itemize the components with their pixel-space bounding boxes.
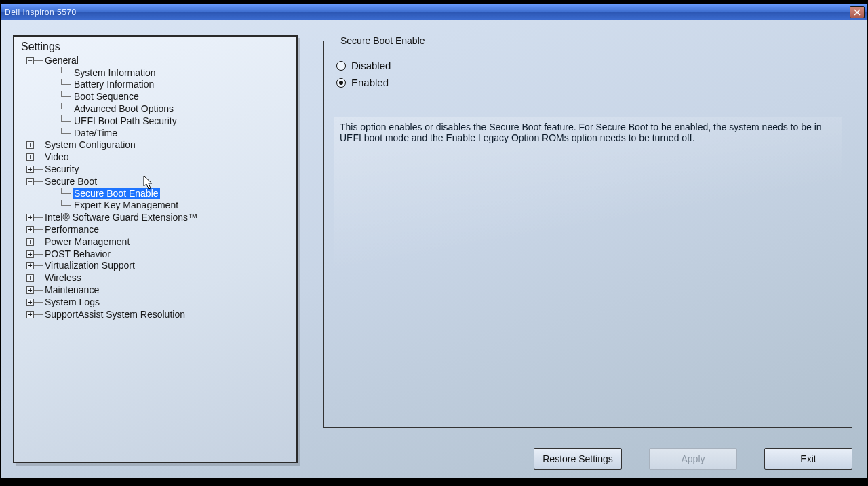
- tree-node-secure-boot[interactable]: −Secure Boot: [26, 175, 296, 187]
- tree-leaf-date-time[interactable]: Date/Time: [55, 127, 296, 139]
- exit-button[interactable]: Exit: [764, 448, 852, 470]
- expander-plus-icon[interactable]: +: [26, 262, 34, 269]
- secure-boot-enable-panel: Secure Boot Enable Disabled Enabled This…: [323, 35, 852, 428]
- expander-minus-icon[interactable]: −: [26, 178, 34, 185]
- tree-heading: Settings: [14, 37, 296, 54]
- description-box: This option enables or disables the Secu…: [334, 117, 842, 417]
- tree-leaf-boot-sequence[interactable]: Boot Sequence: [55, 90, 296, 102]
- tree-leaf-secure-boot-enable[interactable]: Secure Boot Enable: [55, 187, 296, 200]
- tree-node-general[interactable]: −General: [26, 54, 296, 67]
- tree-node-power-management[interactable]: +Power Management: [26, 236, 296, 248]
- tree-node-supportassist[interactable]: +SupportAssist System Resolution: [26, 308, 296, 320]
- tree-leaf-expert-key-management[interactable]: Expert Key Management: [55, 200, 296, 212]
- tree-node-intel-sgx[interactable]: +Intel® Software Guard Extensions™: [26, 211, 296, 223]
- radio-icon: [336, 61, 346, 71]
- radio-enabled-label: Enabled: [351, 77, 389, 88]
- expander-plus-icon[interactable]: +: [26, 166, 34, 173]
- button-row: Restore Settings Apply Exit: [323, 448, 852, 470]
- bios-window: Dell Inspiron 5570 Settings −General: [0, 3, 868, 479]
- tree-node-system-configuration[interactable]: +System Configuration: [26, 139, 296, 151]
- radio-icon: [336, 78, 346, 88]
- radio-disabled-label: Disabled: [351, 60, 391, 71]
- tree-node-post-behavior[interactable]: +POST Behavior: [26, 248, 296, 260]
- expander-minus-icon[interactable]: −: [26, 57, 34, 64]
- tree-node-system-logs[interactable]: +System Logs: [26, 296, 296, 308]
- expander-plus-icon[interactable]: +: [26, 226, 34, 233]
- expander-plus-icon[interactable]: +: [26, 141, 34, 149]
- titlebar: Dell Inspiron 5570: [1, 4, 867, 20]
- tree-node-performance[interactable]: +Performance: [26, 223, 296, 236]
- close-icon: [854, 9, 861, 16]
- tree-node-wireless[interactable]: +Wireless: [26, 272, 296, 284]
- window-title: Dell Inspiron 5570: [5, 7, 77, 17]
- expander-plus-icon[interactable]: +: [26, 250, 34, 258]
- radio-disabled[interactable]: Disabled: [336, 60, 840, 71]
- expander-plus-icon[interactable]: +: [26, 274, 34, 282]
- expander-plus-icon[interactable]: +: [26, 311, 34, 318]
- tree-leaf-system-information[interactable]: System Information: [55, 67, 296, 79]
- description-text: This option enables or disables the Secu…: [340, 122, 822, 143]
- expander-plus-icon[interactable]: +: [26, 286, 34, 294]
- apply-button[interactable]: Apply: [649, 448, 737, 470]
- tree-leaf-battery-information[interactable]: Battery Information: [55, 79, 296, 91]
- restore-settings-button[interactable]: Restore Settings: [534, 448, 622, 470]
- panel-legend: Secure Boot Enable: [338, 35, 428, 46]
- expander-plus-icon[interactable]: +: [26, 153, 34, 161]
- tree-node-video[interactable]: +Video: [26, 151, 296, 163]
- settings-tree: −General System Information Battery Info…: [14, 54, 296, 320]
- settings-tree-panel: Settings −General System Information Bat…: [13, 35, 298, 463]
- tree-node-virtualization-support[interactable]: +Virtualization Support: [26, 260, 296, 272]
- close-button[interactable]: [850, 6, 865, 18]
- radio-enabled[interactable]: Enabled: [336, 77, 840, 88]
- expander-plus-icon[interactable]: +: [26, 214, 34, 221]
- expander-plus-icon[interactable]: +: [26, 299, 34, 306]
- expander-plus-icon[interactable]: +: [26, 238, 34, 246]
- tree-leaf-advanced-boot-options[interactable]: Advanced Boot Options: [55, 102, 296, 115]
- tree-node-security[interactable]: +Security: [26, 163, 296, 175]
- tree-node-maintenance[interactable]: +Maintenance: [26, 284, 296, 296]
- tree-leaf-uefi-boot-path-security[interactable]: UEFI Boot Path Security: [55, 115, 296, 127]
